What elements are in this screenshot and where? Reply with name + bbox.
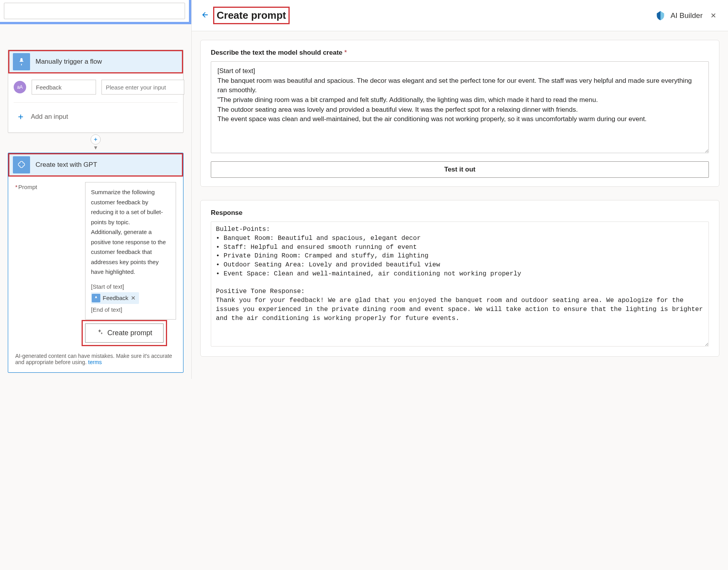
connector: + ▾ [8,134,183,151]
disclaimer: AI-generated content can have mistakes. … [15,353,176,365]
response-textarea[interactable] [211,222,709,347]
create-prompt-panel: Create prompt AI Builder ✕ Describe the … [191,0,728,379]
input-definition-row: aA [14,77,178,97]
token-label: Feedback [103,293,128,303]
divider [14,102,178,103]
token-remove-icon[interactable]: ✕ [131,293,136,303]
close-icon[interactable]: ✕ [707,10,719,21]
trigger-header[interactable]: Manually trigger a flow [8,50,183,73]
text-input-type-icon: aA [14,81,26,93]
prompt-text: Summarize the following customer feedbac… [91,187,170,277]
plus-icon: + [16,112,25,122]
top-bar [0,0,191,24]
response-label: Response [211,209,709,217]
response-card: Response [200,200,719,357]
feedback-token[interactable]: Feedback ✕ [91,292,139,304]
gpt-icon [13,156,30,173]
test-it-out-button[interactable]: Test it out [211,161,709,178]
prompt-field-label: *Prompt [15,182,80,190]
trigger-icon [13,53,30,70]
gpt-card: Create text with GPT *Prompt Summarize t… [8,153,183,373]
prompt-field[interactable]: Summarize the following customer feedbac… [85,182,176,320]
end-marker: [End of text] [91,305,170,315]
start-marker: [Start of text] [91,282,170,292]
panel-header: Create prompt AI Builder ✕ [192,0,728,31]
gpt-header[interactable]: Create text with GPT [8,153,183,177]
back-arrow-icon[interactable] [200,11,209,20]
describe-card: Describe the text the model should creat… [200,40,719,187]
input-name-field[interactable] [32,80,96,95]
flow-designer-pane: Manually trigger a flow aA + Add an inpu… [0,0,191,379]
add-input-button[interactable]: + Add an input [14,105,178,124]
token-trigger-icon [92,294,100,302]
top-search-input[interactable] [4,3,185,19]
trigger-title: Manually trigger a flow [36,58,102,66]
svg-point-0 [21,59,22,60]
create-prompt-button[interactable]: Create prompt [85,323,164,343]
panel-title: Create prompt [216,9,287,21]
input-placeholder-field[interactable] [101,80,184,95]
describe-textarea[interactable] [211,61,709,153]
sparkle-icon [96,329,103,338]
gpt-title: Create text with GPT [36,161,97,169]
trigger-card: Manually trigger a flow aA + Add an inpu… [8,50,183,133]
terms-link[interactable]: terms [88,359,102,365]
describe-label: Describe the text the model should creat… [211,49,709,57]
ai-builder-logo-icon [655,10,666,21]
create-prompt-label: Create prompt [107,329,152,337]
add-input-label: Add an input [31,113,68,121]
arrow-down-icon: ▾ [94,144,97,151]
ai-builder-brand: AI Builder [671,11,703,20]
add-step-button[interactable]: + [91,134,101,145]
